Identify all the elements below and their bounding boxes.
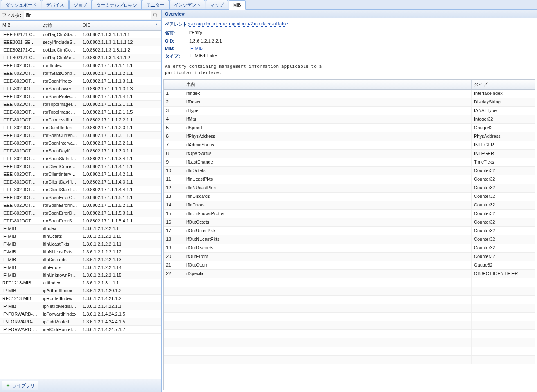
main-split: フィルタ: MIB 名前 OID IEEE802171-CFM...dot1ag… (0, 10, 537, 392)
mib-cell-name: rprIfIndex (40, 62, 80, 69)
children-grid-body[interactable]: 1ifIndexInterfaceIndex2ifDescrDisplayStr… (164, 90, 535, 390)
children-row[interactable]: 16ifOutOctetsCounter32 (164, 218, 535, 227)
children-cell-num: 3 (164, 107, 184, 115)
children-row[interactable]: 6ifPhysAddressPhysAddress (164, 132, 535, 141)
mib-row[interactable]: IEEE-802DOT17-R...rprSpanErrorCurr...1.0… (0, 194, 161, 202)
mib-row[interactable]: IP-FORWARD-MIBipCidrRouteIfIndex1.3.6.1.… (0, 318, 161, 326)
children-col-name[interactable]: 名前 (184, 80, 472, 89)
mib-row[interactable]: IF-MIBifInUcastPkts1.3.6.1.2.1.2.2.1.11 (0, 240, 161, 248)
children-col-num[interactable] (164, 80, 184, 89)
mib-row[interactable]: RFC1213-MIBatIfIndex1.3.6.1.2.1.3.1.1.1 (0, 279, 161, 287)
mib-row[interactable]: IEEE-802DOT17-R...rprClientCurrentI...1.… (0, 163, 161, 170)
mib-row[interactable]: IEEE-802DOT17-R...rprIfStatsControlI...1… (0, 69, 161, 77)
mib-row[interactable]: RFC1213-MIBipRouteIfIndex1.3.6.1.2.1.4.2… (0, 295, 161, 302)
tab-1[interactable]: デバイス (42, 0, 69, 9)
tab-0[interactable]: ダッシュボード (1, 0, 41, 9)
children-row-empty (164, 304, 535, 313)
mib-row[interactable]: IEEE-802DOT17-R...rprOamIfIndex1.0.8802.… (0, 124, 161, 132)
children-row[interactable]: 18ifOutNUcastPktsCounter32 (164, 235, 535, 244)
children-row[interactable]: 20ifOutErrorsCounter32 (164, 253, 535, 261)
children-row[interactable]: 8ifOperStatusINTEGER (164, 150, 535, 158)
mib-row[interactable]: IEEE-802DOT17-R...rprSpanIntervalIfI...1… (0, 139, 161, 147)
children-row[interactable]: 3ifTypeIANAifType (164, 107, 535, 115)
mib-row[interactable]: IEEE-802DOT17-R...rprSpanStatsIfInd...1.… (0, 155, 161, 163)
mib-row[interactable]: IEEE-802DOT17-R...rprTopoImageSta...1.0.… (0, 108, 161, 116)
mib-row[interactable]: IF-MIBifIndex1.3.6.1.2.1.2.2.1.1 (0, 225, 161, 233)
mib-row[interactable]: IEEE-802DOT17-R...rprClientIntervalI...1… (0, 170, 161, 178)
children-row[interactable]: 13ifInDiscardsCounter32 (164, 193, 535, 201)
mib-cell-oid: 1.0.8802.1.1.3.1.3.1.1.2 (80, 46, 161, 54)
search-icon[interactable] (152, 11, 159, 19)
children-row[interactable]: 9ifLastChangeTimeTicks (164, 158, 535, 167)
children-row[interactable]: 15ifInUnknownProtosCounter32 (164, 210, 535, 218)
mib-row[interactable]: IEEE-802DOT17-R...rprSpanCurrentIfI...1.… (0, 132, 161, 139)
col-header-mib[interactable]: MIB (0, 21, 40, 30)
children-row[interactable]: 22ifSpecificOBJECT IDENTIFIER (164, 270, 535, 278)
tab-5[interactable]: インシデント (169, 0, 205, 9)
children-row[interactable]: 14ifInErrorsCounter32 (164, 201, 535, 210)
mib-link[interactable]: IF-MIB (189, 46, 203, 51)
children-row[interactable]: 10ifInOctetsCounter32 (164, 167, 535, 175)
mib-row[interactable]: IEEE-802DOT17-R...rprSpanErrorInte...1.0… (0, 202, 161, 209)
mib-row[interactable]: IF-MIBifInDiscards1.3.6.1.2.1.2.2.1.13 (0, 256, 161, 264)
mib-row[interactable]: IEEE-802DOT17-R...rprIfIndex1.0.8802.17.… (0, 62, 161, 69)
mib-grid-body[interactable]: IEEE802171-CFM...dot1agCfmStackI...1.0.8… (0, 31, 161, 379)
children-row[interactable]: 12ifInNUcastPktsCounter32 (164, 184, 535, 193)
children-row[interactable]: 1ifIndexInterfaceIndex (164, 90, 535, 98)
mib-row[interactable]: IEEE-802DOT17-R...rprClientDayIfInd...1.… (0, 178, 161, 186)
children-row[interactable]: 11ifInUcastPktsCounter32 (164, 175, 535, 184)
mib-cell-oid: 1.0.8802.17.1.1.1.3.2.1.1 (80, 139, 161, 147)
mib-cell-mib: IEEE-802DOT17-R... (0, 170, 40, 178)
mib-row[interactable]: IEEE-802DOT17-R...rprSpanProtectio...1.0… (0, 93, 161, 101)
children-col-type[interactable]: タイプ (472, 80, 535, 89)
tab-4[interactable]: モニター (142, 0, 169, 9)
col-header-oid[interactable]: OID (80, 21, 161, 30)
mib-cell-mib: IEEE-802DOT17-R... (0, 108, 40, 116)
mib-row[interactable]: IP-FORWARD-MIBipForwardIfIndex1.3.6.1.2.… (0, 310, 161, 318)
filter-input[interactable] (24, 11, 151, 19)
tab-2[interactable]: ジョブ (69, 0, 92, 9)
mib-row[interactable]: IP-FORWARD-MIBinetCidrRouteIfIn...1.3.6.… (0, 326, 161, 334)
tab-6[interactable]: マップ (206, 0, 228, 9)
parent-link[interactable]: iso.org.dod.internet.mgmt.mib-2.interfac… (189, 21, 288, 27)
mib-row[interactable]: IF-MIBifInNUcastPkts1.3.6.1.2.1.2.2.1.12 (0, 248, 161, 256)
library-button[interactable]: ＋ ライブラリ (2, 381, 38, 390)
mib-row[interactable]: IEEE-802DOT17-R...rprSpanErrorDayI...1.0… (0, 209, 161, 217)
mib-row[interactable]: IEEE-802DOT17-R...rprSpanLowerLay...1.0.… (0, 85, 161, 93)
children-row[interactable]: 17ifOutUcastPktsCounter32 (164, 227, 535, 235)
children-row[interactable]: 2ifDescrDisplayString (164, 98, 535, 107)
mib-cell-name: ifInUcastPkts (40, 240, 80, 248)
mib-row[interactable]: IEEE802171-CFM...dot1agCfmMepIf...1.0.88… (0, 54, 161, 62)
children-row[interactable]: 7ifAdminStatusINTEGER (164, 141, 535, 150)
children-row[interactable]: 4ifMtuInteger32 (164, 115, 535, 124)
mib-row[interactable]: IF-MIBifInOctets1.3.6.1.2.1.2.2.1.10 (0, 233, 161, 240)
tab-7[interactable]: MIB (229, 0, 246, 10)
col-header-name[interactable]: 名前 (40, 21, 80, 30)
mib-row[interactable]: IEEE-802DOT17-R...rprClientStatsIfIn...1… (0, 186, 161, 194)
mib-row[interactable]: IP-MIBipAdEntIfIndex1.3.6.1.2.1.4.20.1.2 (0, 287, 161, 295)
mib-cell-oid: 1.0.8802.17.1.1.1.3.4.1.1 (80, 155, 161, 162)
mib-row[interactable]: IEEE-802DOT17-R...rprTopoImageIfIn...1.0… (0, 101, 161, 108)
mib-cell-oid: 1.3.6.1.2.1.4.20.1.2 (80, 287, 161, 294)
library-button-label: ライブラリ (12, 383, 35, 389)
mib-row[interactable]: IEEE802171-CFM...dot1agCfmStackI...1.0.8… (0, 31, 161, 38)
mib-row[interactable]: IF-MIBifInUnknownProt...1.3.6.1.2.1.2.2.… (0, 271, 161, 279)
mib-cell-oid: 1.0.8802.17.1.1.1.2.2.1.1 (80, 116, 161, 123)
children-row[interactable]: 5ifSpeedGauge32 (164, 124, 535, 132)
mib-cell-oid: 1.3.6.1.2.1.2.2.1.13 (80, 256, 161, 263)
tab-3[interactable]: ターミナルプロキシ (92, 0, 142, 9)
mib-row[interactable]: IEEE-802DOT17-R...rprFairnessIfIndex1.0.… (0, 116, 161, 124)
children-cell-num: 17 (164, 227, 184, 235)
mib-row[interactable]: IEEE-802DOT17-R...rprSpanDayIfIndex1.0.8… (0, 147, 161, 155)
children-row[interactable]: 19ifOutDiscardsCounter32 (164, 244, 535, 253)
mib-row[interactable]: IP-MIBipNetToMediaIfIn...1.3.6.1.2.1.4.2… (0, 302, 161, 310)
children-row[interactable]: 21ifOutQLenGauge32 (164, 261, 535, 270)
mib-row[interactable]: IEEE-802DOT17-R...rprSpanIfIndex1.0.8802… (0, 77, 161, 85)
mib-row[interactable]: IF-MIBifInErrors1.3.6.1.2.1.2.2.1.14 (0, 264, 161, 271)
mib-cell-name: atIfIndex (40, 279, 80, 287)
mib-row[interactable]: IEEE802171-CFM...dot1agCfmConfI...1.0.88… (0, 46, 161, 54)
mib-row[interactable]: IEEE8021-SECY-...secyIfIncludeSCIE...1.0… (0, 38, 161, 46)
svg-point-0 (154, 13, 157, 16)
mib-row[interactable]: IEEE-802DOT17-R...rprSpanErrorStat...1.0… (0, 217, 161, 225)
children-row-empty (164, 278, 535, 287)
